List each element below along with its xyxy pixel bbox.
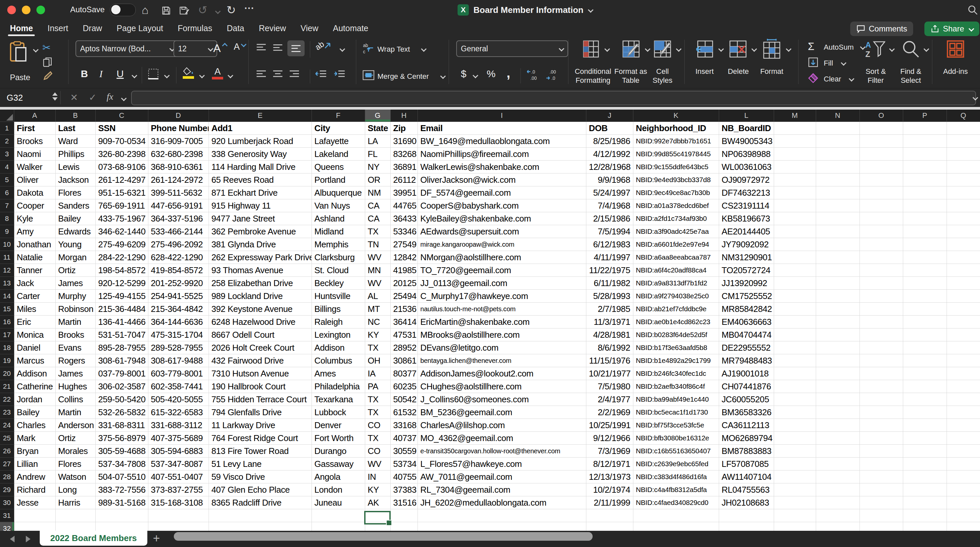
cell-I20[interactable]: AddisonJames@lookout2.com [417, 367, 586, 380]
cell-O7[interactable] [859, 199, 903, 212]
conditional-formatting-label[interactable]: Conditional Formatting [571, 67, 614, 85]
cell-O6[interactable] [859, 186, 903, 199]
cell-J32[interactable] [586, 522, 633, 531]
currency-chevron-icon[interactable] [473, 73, 479, 78]
cell-P23[interactable] [903, 406, 947, 419]
cell-C13[interactable]: 920-12-5299 [95, 277, 148, 290]
cell-Q31[interactable] [947, 509, 980, 522]
cell-C15[interactable]: 215-36-4484 [95, 303, 148, 316]
cell-K27[interactable]: NBID:c2639e9ebc65fed [633, 458, 719, 471]
cell-F28[interactable]: Angola [312, 471, 365, 483]
cell-H22[interactable]: 50542 [390, 393, 417, 406]
cell-L4[interactable]: WL00361063 [719, 161, 774, 173]
cell-B23[interactable]: Martin [55, 406, 95, 419]
row-header-13[interactable]: 13 [0, 277, 14, 290]
cell-K13[interactable]: NBID:a9a8313df7b1fd2 [633, 277, 719, 290]
cell-B7[interactable]: Sanders [55, 199, 95, 212]
column-header-D[interactable]: D [148, 110, 208, 122]
row-header-31[interactable]: 31 [0, 509, 14, 522]
cell-B28[interactable]: Watson [55, 471, 95, 483]
cell-N26[interactable] [816, 445, 859, 458]
cell-Q1[interactable] [947, 122, 980, 135]
cell-H28[interactable]: 40755 [390, 471, 417, 483]
tab-page-layout[interactable]: Page Layout [116, 24, 164, 33]
cell-G16[interactable]: NC [365, 316, 390, 328]
cell-M14[interactable] [774, 290, 816, 303]
cell-J30[interactable]: 2/11/1999 [586, 496, 633, 509]
formula-input[interactable] [131, 91, 976, 105]
close-window-button[interactable] [7, 6, 16, 14]
cell-O20[interactable] [859, 367, 903, 380]
cell-H21[interactable]: 60235 [390, 380, 417, 393]
cell-N30[interactable] [816, 496, 859, 509]
underline-icon[interactable]: U [116, 68, 124, 80]
cell-E20[interactable]: 7310 Hutson Avenue [208, 367, 312, 380]
cell-J31[interactable] [586, 509, 633, 522]
cell-L20[interactable]: AJ19001018 [719, 367, 774, 380]
cell-F20[interactable]: Ames [312, 367, 365, 380]
cell-E6[interactable]: 871 Eckhart Drive [208, 186, 312, 199]
cell-J17[interactable]: 4/28/1981 [586, 328, 633, 341]
cell-J12[interactable]: 11/22/1975 [586, 264, 633, 277]
cell-K22[interactable]: NBID:ba99abf49e1c440 [633, 393, 719, 406]
cell-F30[interactable]: Juneau [312, 496, 365, 509]
cell-F26[interactable]: Durango [312, 445, 365, 458]
cell-D31[interactable] [148, 509, 208, 522]
cell-K29[interactable]: NBID:c4a4fb8312a5dfa [633, 483, 719, 496]
cell-M3[interactable] [774, 148, 816, 161]
selected-cell[interactable] [364, 511, 391, 525]
cell-B2[interactable]: Ward [55, 135, 95, 148]
cell-C32[interactable] [95, 522, 148, 531]
cell-Q6[interactable] [947, 186, 980, 199]
cell-G30[interactable]: AK [365, 496, 390, 509]
search-icon[interactable] [967, 5, 978, 15]
number-format-select[interactable]: General [456, 40, 568, 57]
cell-H3[interactable]: 83268 [390, 148, 417, 161]
cell-L8[interactable]: KB58196673 [719, 212, 774, 225]
row-header-19[interactable]: 19 [0, 354, 14, 367]
cell-O12[interactable] [859, 264, 903, 277]
cell-E31[interactable] [208, 509, 312, 522]
cell-M12[interactable] [774, 264, 816, 277]
cell-A20[interactable]: Addison [14, 367, 55, 380]
cell-B15[interactable]: Robinson [55, 303, 95, 316]
cell-E29[interactable]: 407 Glen Echo Place [208, 483, 312, 496]
cell-C25[interactable]: 375-56-8979 [95, 432, 148, 445]
increase-font-size-icon[interactable]: A [213, 42, 227, 55]
cell-K28[interactable]: NBID:c383d4f486d16fa [633, 471, 719, 483]
cell-J28[interactable]: 12/13/1973 [586, 471, 633, 483]
cell-D30[interactable]: 315-168-3108 [148, 496, 208, 509]
cell-D6[interactable]: 399-511-5632 [148, 186, 208, 199]
row-header-6[interactable]: 6 [0, 186, 14, 199]
cell-L25[interactable]: MO62689794 [719, 432, 774, 445]
format-cells-chevron-icon[interactable] [786, 46, 792, 52]
cell-styles-chevron-icon[interactable] [676, 46, 682, 52]
cell-P1[interactable] [903, 122, 947, 135]
function-icon[interactable]: fx [107, 91, 113, 102]
cell-C18[interactable]: 895-28-7955 [95, 341, 148, 354]
cell-O30[interactable] [859, 496, 903, 509]
cell-F3[interactable]: Lakeland [312, 148, 365, 161]
cell-B4[interactable]: Lewis [55, 161, 95, 173]
cell-B6[interactable]: Flores [55, 186, 95, 199]
undo-icon[interactable]: ↺ [198, 4, 208, 16]
format-as-table-label[interactable]: Format as Table [612, 67, 649, 85]
redo-icon[interactable]: ↻ [226, 4, 236, 16]
cell-H2[interactable]: 31690 [390, 135, 417, 148]
cell-A31[interactable] [14, 509, 55, 522]
cell-I30[interactable]: JH_6202@medullaoblongata.com [417, 496, 586, 509]
cell-D26[interactable]: 305-594-6883 [148, 445, 208, 458]
cell-Q22[interactable] [947, 393, 980, 406]
cell-M16[interactable] [774, 316, 816, 328]
cell-I11[interactable]: NMorgan@aolstillhere.com [417, 251, 586, 264]
save-icon[interactable] [161, 5, 172, 16]
row-header-29[interactable]: 29 [0, 483, 14, 496]
cell-A7[interactable]: Cooper [14, 199, 55, 212]
cell-O14[interactable] [859, 290, 903, 303]
cell-H9[interactable]: 53346 [390, 225, 417, 238]
cell-L6[interactable]: DF74632213 [719, 186, 774, 199]
cell-J14[interactable]: 5/28/1993 [586, 290, 633, 303]
tab-data[interactable]: Data [226, 24, 245, 33]
cell-N8[interactable] [816, 212, 859, 225]
insert-cells-chevron-icon[interactable] [718, 46, 724, 52]
